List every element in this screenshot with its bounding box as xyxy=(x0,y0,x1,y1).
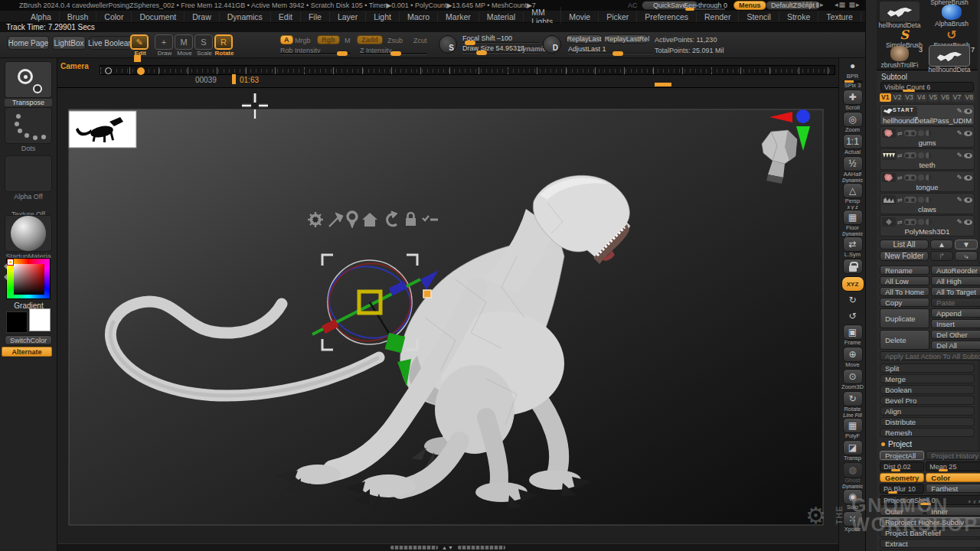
project-color-toggle[interactable]: Color xyxy=(926,473,980,482)
subtool-item[interactable]: ⇄ ✎ teeth xyxy=(880,148,975,170)
subtool-op-button[interactable]: Distribute xyxy=(880,417,975,426)
visibility-eye-icon[interactable] xyxy=(964,175,972,181)
farthest-toggle[interactable]: Farthest xyxy=(926,484,980,493)
panel-collapse-arrow[interactable] xyxy=(1,263,7,269)
move-up-button[interactable]: ▲ xyxy=(930,240,953,249)
mode-button[interactable]: S Scale xyxy=(194,34,214,57)
see-through-track[interactable] xyxy=(685,8,725,10)
uv-toggle-icon[interactable] xyxy=(918,130,924,136)
saturation-square[interactable] xyxy=(14,264,44,295)
menu-item[interactable]: Material xyxy=(479,11,524,22)
mode-button[interactable]: ✎ Edit xyxy=(130,34,150,57)
tray-handle-right[interactable] xyxy=(458,546,505,549)
tool-slot[interactable]: 3 zbrushTrollFi xyxy=(878,46,921,69)
right-shelf-button[interactable]: 1:1 Actual xyxy=(839,134,866,155)
menu-item[interactable]: Stroke xyxy=(779,11,818,22)
half-toggle-icon[interactable] xyxy=(926,197,932,203)
menus-button[interactable]: Menus xyxy=(733,1,766,10)
sculpt-pen-icon[interactable]: ✎ xyxy=(956,196,962,204)
right-shelf-button[interactable]: ½ AAHalf xyxy=(839,156,866,178)
new-folder-button[interactable]: New Folder xyxy=(880,251,929,261)
subtool-op-button[interactable]: Boolean xyxy=(880,385,975,394)
timeline-cursor[interactable] xyxy=(232,74,236,84)
subtool-action-button[interactable]: Copy xyxy=(880,298,929,307)
menu-item[interactable]: Edit xyxy=(271,11,301,22)
panel-collapse-arrow[interactable] xyxy=(1,274,7,280)
visibility-eye-icon[interactable] xyxy=(964,153,972,158)
subtool-op-button[interactable]: Merge xyxy=(880,374,975,383)
subtool-action-button[interactable]: Apply Last Action To All Subtool xyxy=(880,351,980,360)
timeline-playhead[interactable] xyxy=(137,67,145,75)
menu-item[interactable]: Layer xyxy=(330,11,366,22)
subtool-action-button[interactable]: All To Target xyxy=(931,287,980,296)
right-shelf-button[interactable]: Dynamic △ Persp xyxy=(839,178,866,204)
project-geometry-toggle[interactable]: Geometry xyxy=(880,473,924,482)
divider-layout-icons[interactable]: ◂‖‖‖ ▮▸ xyxy=(798,1,825,8)
menu-item[interactable]: Macro xyxy=(400,11,438,22)
view-tab[interactable]: V1 xyxy=(880,93,891,102)
right-shelf-button[interactable]: ✚ Scroll xyxy=(839,90,866,111)
polypaint-toggle-icon[interactable] xyxy=(904,152,916,158)
right-shelf-button[interactable]: Dynamic ◉ Solo xyxy=(839,484,866,510)
sculpt-pen-icon[interactable]: ✎ xyxy=(956,129,962,137)
visibility-eye-icon[interactable] xyxy=(964,131,972,136)
mode-button[interactable]: M Move xyxy=(175,34,194,57)
tool-slot[interactable]: AlphaBrush xyxy=(930,5,973,28)
uv-toggle-icon[interactable] xyxy=(918,219,924,225)
sculpt-pen-icon[interactable]: ✎ xyxy=(956,174,962,181)
menu-item[interactable]: Draw xyxy=(185,11,220,22)
project-all-button[interactable]: ProjectAll xyxy=(880,451,924,460)
mrgb-button[interactable]: Mrgb xyxy=(295,37,311,44)
project-basrelief-button[interactable]: Project BasRelief xyxy=(880,528,980,537)
subtool-action-button[interactable]: AutoReorder xyxy=(931,266,980,275)
view-tab[interactable]: V6 xyxy=(939,93,951,102)
polypaint-toggle-icon[interactable] xyxy=(904,130,916,136)
view-tab[interactable]: V7 xyxy=(952,93,963,102)
mode-button[interactable]: + Draw xyxy=(155,34,175,57)
adjust-last-track[interactable] xyxy=(568,53,654,54)
subtool-action-button[interactable]: Delete xyxy=(880,330,929,350)
subtool-item[interactable]: ⇄ ✎ tongue xyxy=(880,171,975,192)
extract-section-button[interactable]: Extract xyxy=(880,539,980,548)
timeline-zoom-bar[interactable] xyxy=(655,83,671,86)
view-tab[interactable]: V5 xyxy=(928,93,939,102)
visible-count-slider[interactable]: Visible Count 6 xyxy=(880,82,974,92)
right-shelf-button[interactable]: ∷ Xpose xyxy=(839,511,866,533)
m-button[interactable]: M xyxy=(345,37,351,44)
replay-last-rel-button[interactable]: ReplayLastRel xyxy=(606,34,648,44)
right-shelf-button[interactable]: ↻ Rotate xyxy=(839,391,866,412)
uv-toggle-icon[interactable] xyxy=(918,174,924,181)
sculpt-pen-icon[interactable]: ✎ xyxy=(956,218,962,226)
half-toggle-icon[interactable] xyxy=(926,152,932,158)
subtool-op-button[interactable]: Bevel Pro xyxy=(880,396,975,405)
switch-color-button[interactable]: SwitchColor xyxy=(5,335,52,345)
reorder-icon[interactable]: ⇄ xyxy=(897,152,903,159)
alpha-selector[interactable]: Alpha Off xyxy=(5,155,52,201)
rgb-intensity-track[interactable] xyxy=(280,53,351,55)
right-shelf-button[interactable]: x y z ▦ Floor xyxy=(839,205,866,231)
visibility-eye-icon[interactable] xyxy=(964,109,972,114)
view-tab[interactable]: V4 xyxy=(916,93,927,102)
right-shelf-button[interactable]: ● BPR xyxy=(839,58,866,80)
mean-slider[interactable]: Mean 25 xyxy=(926,461,980,471)
right-shelf-button[interactable]: ⊕ Move xyxy=(839,347,866,368)
dynamic-toggle[interactable]: Dynamic xyxy=(518,45,547,53)
menu-item[interactable]: Stencil xyxy=(739,11,779,22)
list-all-button[interactable]: List All xyxy=(880,240,929,249)
right-shelf-button[interactable]: ⊙ Zoom3D xyxy=(839,369,866,390)
right-shelf-button[interactable]: ↺ xyxy=(839,308,866,324)
menu-item[interactable]: Movie xyxy=(561,11,599,22)
polypaint-toggle-icon[interactable] xyxy=(904,174,916,181)
menu-item[interactable]: Light xyxy=(366,11,400,22)
document-canvas[interactable] xyxy=(57,88,838,543)
menu-item[interactable]: Render xyxy=(697,11,739,22)
alternate-button[interactable]: Alternate xyxy=(2,347,52,357)
palette-layout-icons[interactable]: ◂▦ ▦▸ xyxy=(835,1,861,8)
subtool-action-button[interactable]: Duplicate xyxy=(880,308,929,328)
subtool-header[interactable]: Subtool xyxy=(877,70,978,82)
half-toggle-icon[interactable] xyxy=(926,219,932,225)
subtool-item[interactable]: ⇄ ✎ PolyMesh3D1 xyxy=(880,215,975,236)
inner-toggle[interactable]: Inner xyxy=(926,507,980,516)
insert-into-folder-button[interactable]: ⤷ xyxy=(955,251,978,261)
project-section-header[interactable]: Project xyxy=(877,439,978,449)
